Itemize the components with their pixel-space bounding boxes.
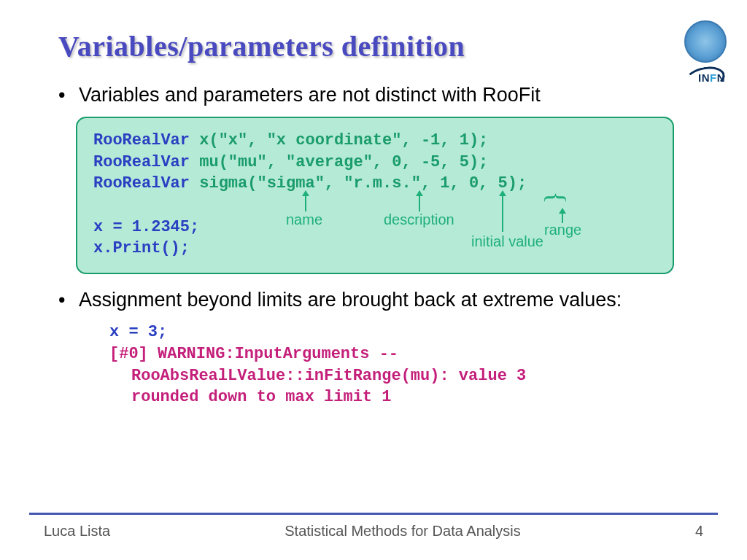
slide: INFN Variables/parameters definition Var…: [0, 0, 747, 560]
warning-line-1: [#0] WARNING:InputArguments --: [109, 343, 689, 365]
code-line-5: x.Print();: [93, 238, 657, 260]
infn-logo-text: INFN: [698, 71, 725, 84]
footer-divider: [29, 513, 718, 515]
footer-course: Statistical Methods for Data Analysis: [285, 523, 520, 540]
university-seal-icon: [684, 20, 727, 63]
warning-line-2: RooAbsRealLValue::inFitRange(mu): value …: [131, 365, 689, 387]
code-line-3: RooRealVar sigma("sigma", "r.m.s.", 1, 0…: [93, 173, 657, 195]
code-assign: x = 3;: [109, 322, 689, 343]
code-box: RooRealVar x("x", "x coordinate", -1, 1)…: [76, 117, 674, 274]
bullet-2: Assignment beyond limits are brought bac…: [58, 289, 689, 311]
footer: Luca Lista Statistical Methods for Data …: [0, 523, 747, 540]
code-line-4: x = 1.2345;: [93, 217, 657, 238]
footer-author: Luca Lista: [44, 523, 110, 540]
code-line-2: RooRealVar mu("mu", "average", 0, -5, 5)…: [93, 152, 657, 174]
footer-page: 4: [695, 523, 703, 540]
warning-line-3: rounded down to max limit 1: [131, 386, 689, 408]
code-line-blank: [93, 195, 657, 217]
bullet-1: Variables and parameters are not distinc…: [58, 84, 689, 106]
code-line-1: RooRealVar x("x", "x coordinate", -1, 1)…: [93, 130, 657, 152]
slide-title: Variables/parameters definition: [58, 29, 689, 63]
